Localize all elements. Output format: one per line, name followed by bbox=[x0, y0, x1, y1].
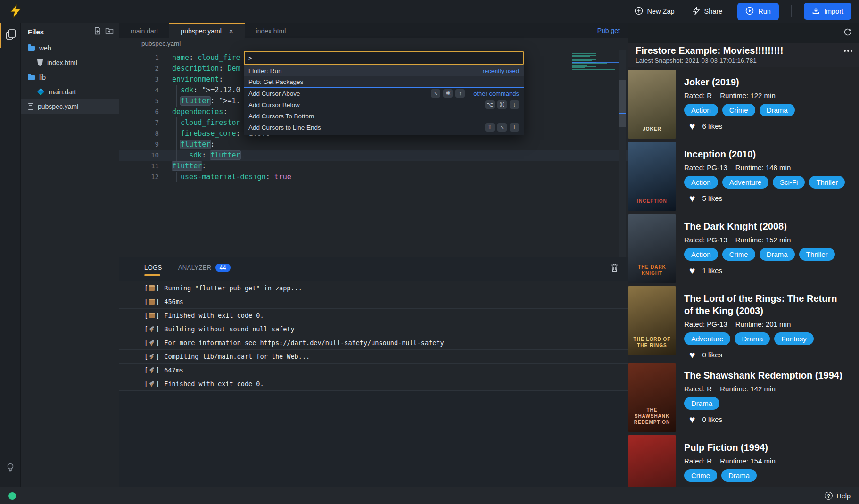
heart-icon[interactable]: ♥ bbox=[689, 350, 695, 360]
import-button[interactable]: Import bbox=[804, 3, 851, 20]
breadcrumb: pubspec.yaml bbox=[119, 38, 628, 50]
more-menu-icon[interactable] bbox=[844, 50, 852, 52]
command-item[interactable]: Pub: Get Packages bbox=[244, 76, 524, 88]
movie-card[interactable]: THE LORD OF THE RINGS The Lord of the Ri… bbox=[628, 286, 859, 360]
file-item-pubspec.yaml[interactable]: pubspec.yaml bbox=[21, 99, 119, 114]
heart-icon[interactable]: ♥ bbox=[689, 121, 695, 131]
folder-icon bbox=[28, 46, 35, 51]
tab-pubspec.yaml[interactable]: pubspec.yaml× bbox=[169, 23, 244, 38]
movie-title: The Dark Knight (2008) bbox=[684, 220, 845, 232]
import-icon bbox=[812, 7, 820, 16]
file-item-main.dart[interactable]: main.dart bbox=[21, 84, 119, 99]
genre-chip: Drama bbox=[760, 248, 795, 261]
new-file-icon[interactable] bbox=[94, 27, 101, 37]
rail-files-button[interactable] bbox=[0, 23, 20, 48]
help-label: Help bbox=[836, 492, 851, 500]
movie-poster: PULP FICTION bbox=[628, 435, 676, 487]
likes-count: 0 likes bbox=[702, 351, 722, 359]
genre-chips: ActionCrimeDrama bbox=[684, 104, 845, 116]
app-preview-panel: Firestore Example: Movies!!!!!!!!! Lates… bbox=[628, 23, 859, 487]
line-number: 9 bbox=[119, 139, 159, 150]
genre-chip: Drama bbox=[721, 469, 757, 482]
command-note: recently used bbox=[483, 67, 519, 74]
zapp-logo-icon[interactable] bbox=[8, 3, 24, 19]
movie-card[interactable]: INCEPTION Inception (2010) Rated: PG-13R… bbox=[628, 142, 859, 211]
command-note: other commands bbox=[473, 90, 519, 97]
command-item[interactable]: Flutter: Runrecently used bbox=[244, 65, 524, 76]
movie-card[interactable]: JOKER Joker (2019) Rated: RRuntime: 122 … bbox=[628, 70, 859, 139]
package-icon bbox=[149, 285, 155, 291]
log-line: []456ms bbox=[119, 295, 628, 309]
snapshot-timestamp: Latest Snapshot: 2021-03-03 17:01:16.781 bbox=[636, 57, 844, 65]
run-button[interactable]: Run bbox=[737, 3, 779, 20]
help-button[interactable]: ? Help bbox=[825, 492, 851, 500]
log-line: []Compiling lib/main.dart for the Web... bbox=[119, 350, 628, 364]
tab-main.dart[interactable]: main.dart bbox=[119, 23, 169, 38]
movie-meta: Rated: RRuntime: 122 min bbox=[684, 91, 845, 99]
genre-chip: Action bbox=[684, 248, 718, 261]
command-item[interactable]: Add Cursor Below⌥⌘↓ bbox=[244, 99, 524, 110]
heart-icon[interactable]: ♥ bbox=[689, 414, 695, 424]
scrollbar-thumb[interactable] bbox=[619, 80, 626, 127]
heart-icon[interactable]: ♥ bbox=[689, 193, 695, 203]
hammer-icon bbox=[149, 367, 155, 373]
movie-card[interactable]: PULP FICTION Pulp Fiction (1994) Rated: … bbox=[628, 435, 859, 487]
minimap bbox=[572, 53, 618, 70]
genre-chip: Adventure bbox=[722, 176, 768, 189]
clear-logs-button[interactable] bbox=[611, 263, 619, 272]
close-tab-icon[interactable]: × bbox=[229, 27, 233, 35]
keycap: ⇧ bbox=[485, 123, 495, 132]
genre-chips: ActionCrimeDramaThriller bbox=[684, 248, 845, 261]
file-item-web[interactable]: web bbox=[21, 41, 119, 55]
genre-chip: Sci-Fi bbox=[773, 176, 805, 189]
hammer-icon bbox=[149, 340, 155, 346]
pub-get-button[interactable]: Pub get bbox=[589, 23, 628, 38]
minimap-current-line-marker bbox=[572, 62, 619, 63]
movie-title: Inception (2010) bbox=[684, 148, 845, 160]
keycap: I bbox=[510, 123, 519, 132]
package-icon bbox=[149, 313, 155, 318]
new-folder-icon[interactable] bbox=[105, 27, 114, 37]
file-item-index.html[interactable]: index.html bbox=[21, 55, 119, 70]
log-line: []Finished with exit code 0. bbox=[119, 377, 628, 391]
tab-index.html[interactable]: index.html bbox=[245, 23, 297, 38]
movie-list: JOKER Joker (2019) Rated: RRuntime: 122 … bbox=[628, 67, 859, 487]
file-item-lib[interactable]: lib bbox=[21, 70, 119, 84]
keycap: ⌘ bbox=[497, 100, 507, 109]
keycap: ⌘ bbox=[443, 89, 453, 98]
line-number: 5 bbox=[119, 96, 159, 107]
likes-row: ♥0 likes bbox=[684, 350, 845, 360]
movie-title: Pulp Fiction (1994) bbox=[684, 441, 845, 454]
line-number: 4 bbox=[119, 85, 159, 96]
movie-meta: Rated: RRuntime: 154 min bbox=[684, 457, 845, 465]
genre-chip: Thriller bbox=[809, 176, 845, 189]
preview-toolbar bbox=[628, 23, 859, 43]
line-number: 8 bbox=[119, 128, 159, 139]
movie-title: The Shawshank Redemption (1994) bbox=[684, 369, 845, 381]
code-line: 10 sdk: flutter bbox=[119, 150, 628, 161]
command-palette-input[interactable] bbox=[244, 51, 524, 65]
share-button[interactable]: Share bbox=[690, 6, 726, 17]
hammer-icon bbox=[149, 381, 155, 387]
genre-chip: Drama bbox=[684, 397, 719, 410]
refresh-icon[interactable] bbox=[843, 27, 852, 39]
new-zap-button[interactable]: New Zap bbox=[632, 6, 677, 17]
command-item[interactable]: Add Cursors to Line Ends⇧⌥I bbox=[244, 122, 524, 133]
line-number: 7 bbox=[119, 117, 159, 128]
genre-chip: Thriller bbox=[799, 248, 835, 261]
logs-header: LOGS ANALYZER 44 bbox=[119, 257, 628, 278]
command-item[interactable]: Add Cursor Above⌥⌘↑other commands bbox=[244, 88, 524, 99]
tab-logs[interactable]: LOGS bbox=[144, 264, 162, 271]
movie-card[interactable]: THE DARK KNIGHT The Dark Knight (2008) R… bbox=[628, 214, 859, 283]
genre-chips: AdventureDramaFantasy bbox=[684, 332, 845, 345]
movie-card[interactable]: THE SHAWSHANK REDEMPTION The Shawshank R… bbox=[628, 363, 859, 432]
heart-icon[interactable]: ♥ bbox=[689, 265, 695, 275]
movie-poster: JOKER bbox=[628, 70, 676, 139]
activity-rail bbox=[0, 23, 20, 487]
command-item[interactable]: Add Cursors To Bottom bbox=[244, 110, 524, 122]
theme-toggle-button[interactable] bbox=[0, 463, 20, 475]
movie-title: Joker (2019) bbox=[684, 76, 845, 88]
share-label: Share bbox=[704, 8, 723, 15]
tab-analyzer[interactable]: ANALYZER 44 bbox=[178, 264, 231, 272]
genre-chip: Adventure bbox=[684, 332, 730, 345]
